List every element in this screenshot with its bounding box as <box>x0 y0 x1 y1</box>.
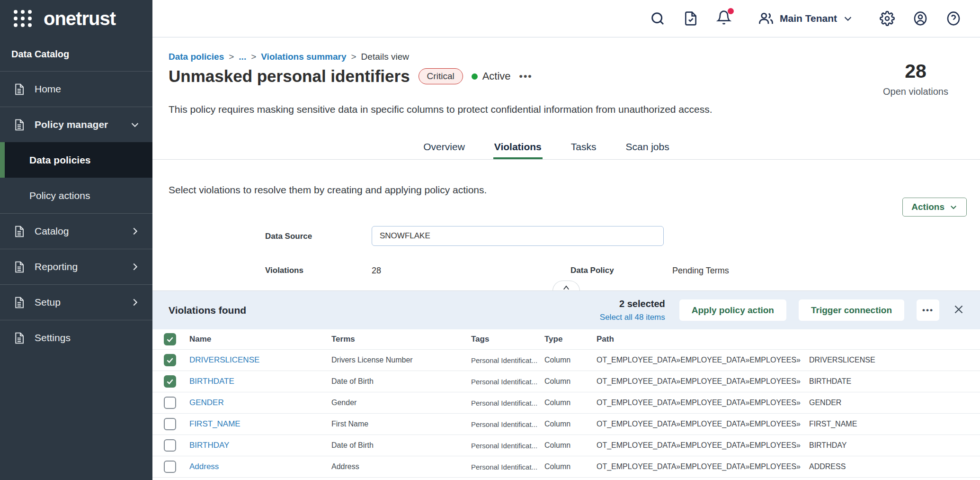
search-icon[interactable] <box>650 11 665 26</box>
sidebar-item-setup[interactable]: Setup <box>0 284 152 320</box>
violation-name-link[interactable]: DRIVERSLICENSE <box>189 355 331 365</box>
sidebar-item-data-policies[interactable]: Data policies <box>0 142 152 178</box>
violation-name-link[interactable]: Address <box>189 462 331 471</box>
column-header-path[interactable]: Path <box>597 335 980 344</box>
row-checkbox[interactable] <box>164 418 176 430</box>
data-policy-label: Data Policy <box>570 266 614 275</box>
path-cell: OT_EMPLOYEE_DATA»EMPLOYEE_DATA»EMPLOYEES… <box>597 377 980 386</box>
table-row: DRIVERSLICENSE Drivers License Number Pe… <box>152 350 980 371</box>
status-dot-icon <box>472 73 478 80</box>
account-icon[interactable] <box>913 11 928 26</box>
sidebar-item-label: Home <box>35 83 61 95</box>
sidebar-item-label: Policy actions <box>29 190 90 201</box>
violations-value: 28 <box>372 266 381 276</box>
table-row: BIRTHDAY Date of Birth Personal Identifi… <box>152 435 980 456</box>
more-actions-button[interactable]: ••• <box>917 299 939 321</box>
sidebar-item-policy-actions[interactable]: Policy actions <box>0 178 152 213</box>
row-checkbox[interactable] <box>164 461 176 473</box>
collapse-panel-button[interactable] <box>552 281 580 291</box>
sidebar-item-settings[interactable]: Settings <box>0 320 152 355</box>
type-cell: Column <box>544 377 597 386</box>
violation-name-link[interactable]: BIRTHDATE <box>189 377 331 386</box>
row-checkbox[interactable] <box>164 397 176 409</box>
notifications-bell-icon[interactable] <box>716 10 731 27</box>
breadcrumb-link-data-policies[interactable]: Data policies <box>169 52 224 62</box>
document-icon <box>12 331 26 345</box>
title-row: Unmasked personal identifiers Critical A… <box>169 67 533 86</box>
chevron-right-icon <box>130 262 140 272</box>
actions-button[interactable]: Actions <box>902 198 967 217</box>
apply-policy-action-button[interactable]: Apply policy action <box>679 299 786 321</box>
open-violations-count: 28 <box>873 60 958 82</box>
path-cell: OT_EMPLOYEE_DATA»EMPLOYEE_DATA»EMPLOYEES… <box>597 441 980 450</box>
sidebar-item-reporting[interactable]: Reporting <box>0 249 152 284</box>
tags-cell: Personal Identificat... <box>471 420 544 428</box>
open-violations-label: Open violations <box>873 86 958 97</box>
sidebar: onetrust Data Catalog Home Policy manage… <box>0 0 152 480</box>
sidebar-nav: Home Policy manager Data policies Policy… <box>0 71 152 355</box>
chevron-up-icon <box>562 284 570 291</box>
data-policy-value: Pending Terms <box>672 266 729 276</box>
sidebar-item-home[interactable]: Home <box>0 71 152 107</box>
tab-tasks[interactable]: Tasks <box>570 136 597 159</box>
check-icon <box>166 356 174 364</box>
tab-violations[interactable]: Violations <box>493 136 543 159</box>
settings-gear-icon[interactable] <box>880 11 895 26</box>
column-header-name[interactable]: Name <box>189 335 331 344</box>
instruction-text: Select violations to resolve them by cre… <box>169 184 487 196</box>
sidebar-item-label: Catalog <box>35 226 69 237</box>
trigger-connection-button[interactable]: Trigger connection <box>799 299 904 321</box>
breadcrumb-link-violations-summary[interactable]: Violations summary <box>261 52 346 62</box>
column-header-type[interactable]: Type <box>544 335 597 344</box>
column-header-tags[interactable]: Tags <box>471 335 544 344</box>
app-label: Data Catalog <box>0 37 152 71</box>
sidebar-item-policy-manager[interactable]: Policy manager <box>0 107 152 142</box>
path-prefix: OT_EMPLOYEE_DATA»EMPLOYEE_DATA»EMPLOYEES… <box>597 420 801 428</box>
path-prefix: OT_EMPLOYEE_DATA»EMPLOYEE_DATA»EMPLOYEES… <box>597 441 801 449</box>
row-checkbox[interactable] <box>164 439 176 452</box>
title-more-options-icon[interactable]: ••• <box>519 71 533 82</box>
violation-name-link[interactable]: BIRTHDAY <box>189 441 331 450</box>
selection-count-block: 2 selected Select all 48 items <box>600 299 665 322</box>
terms-cell: Drivers License Number <box>331 356 471 364</box>
path-leaf: BIRTHDAY <box>809 441 846 449</box>
type-cell: Column <box>544 462 597 471</box>
violation-name-link[interactable]: FIRST_NAME <box>189 419 331 429</box>
breadcrumb-ellipsis-link[interactable]: ... <box>239 52 246 62</box>
close-selection-button[interactable] <box>952 303 966 317</box>
status-label: Active <box>482 70 511 82</box>
select-all-checkbox[interactable] <box>164 333 176 345</box>
status-indicator: Active <box>472 70 511 82</box>
violations-table: Name Terms Tags Type Path DRIVERSLICENSE… <box>152 329 980 478</box>
path-cell: OT_EMPLOYEE_DATA»EMPLOYEE_DATA»EMPLOYEES… <box>597 356 980 364</box>
tasks-document-icon[interactable] <box>683 11 698 26</box>
row-checkbox[interactable] <box>164 375 176 388</box>
terms-cell: Address <box>331 462 471 471</box>
data-source-input[interactable] <box>372 226 664 246</box>
onetrust-logo[interactable]: onetrust <box>0 0 152 37</box>
chevron-down-icon <box>949 203 958 211</box>
path-cell: OT_EMPLOYEE_DATA»EMPLOYEE_DATA»EMPLOYEES… <box>597 420 980 428</box>
column-header-terms[interactable]: Terms <box>331 335 471 344</box>
selection-bar: Violations found 2 selected Select all 4… <box>152 290 980 329</box>
tenant-switcher[interactable]: Main Tenant <box>758 10 853 27</box>
table-row: BIRTHDATE Date of Birth Personal Identif… <box>152 371 980 392</box>
logo-text: onetrust <box>44 8 116 29</box>
type-cell: Column <box>544 398 597 407</box>
breadcrumb-current: Details view <box>361 52 409 62</box>
path-cell: OT_EMPLOYEE_DATA»EMPLOYEE_DATA»EMPLOYEES… <box>597 398 980 407</box>
violation-name-link[interactable]: GENDER <box>189 398 331 408</box>
sidebar-item-label: Reporting <box>35 261 78 272</box>
tab-scan-jobs[interactable]: Scan jobs <box>624 136 670 159</box>
onetrust-grid-logo-icon <box>12 8 33 29</box>
tab-overview[interactable]: Overview <box>422 136 466 159</box>
help-icon[interactable] <box>946 11 961 26</box>
row-checkbox[interactable] <box>164 354 176 366</box>
select-all-link[interactable]: Select all 48 items <box>600 313 665 322</box>
sidebar-item-catalog[interactable]: Catalog <box>0 213 152 249</box>
breadcrumb-separator: > <box>351 52 356 62</box>
tags-cell: Personal Identificat... <box>471 442 544 450</box>
topbar: Main Tenant <box>152 0 980 37</box>
sidebar-item-label: Data policies <box>29 154 91 166</box>
path-prefix: OT_EMPLOYEE_DATA»EMPLOYEE_DATA»EMPLOYEES… <box>597 356 801 364</box>
